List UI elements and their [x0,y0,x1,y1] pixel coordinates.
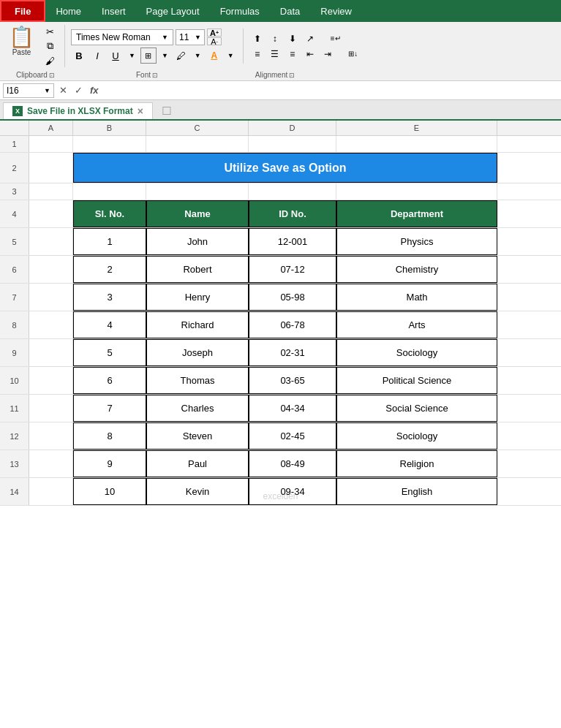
formulas-menu[interactable]: Formulas [210,0,270,22]
header-dept[interactable]: Department [336,200,497,227]
cell-dept-9[interactable]: Religion [336,450,497,477]
data-menu[interactable]: Data [270,0,310,22]
cell-sl-3[interactable]: 3 [73,284,146,311]
borders-arrow[interactable]: ▼ [159,48,171,64]
align-middle-button[interactable]: ↕ [267,32,283,45]
new-tab-button[interactable]: □ [156,103,178,119]
cell-name-9[interactable]: Paul [146,450,249,477]
font-size-dropdown[interactable]: 11 ▼ [176,29,205,45]
cell-id-10[interactable]: 09-34 [249,478,336,505]
cell-A4[interactable] [29,200,73,227]
tab-close-button[interactable]: × [138,105,143,117]
cell-dept-8[interactable]: Sociology [336,422,497,450]
header-sl-no[interactable]: Sl. No. [73,200,146,227]
cell-name-4[interactable]: Richard [146,311,249,338]
cell-A8[interactable] [29,311,73,338]
col-header-D[interactable]: D [249,121,336,135]
formula-input[interactable] [104,86,558,96]
wrap-text-button[interactable]: ≡↵ [320,32,352,45]
cell-A7[interactable] [29,284,73,311]
cell-A14[interactable] [29,478,73,505]
cell-dept-10[interactable]: English [336,478,497,505]
underline-arrow[interactable]: ▼ [126,48,138,64]
cell-dept-3[interactable]: Math [336,284,497,311]
cell-dept-4[interactable]: Arts [336,311,497,338]
align-center-button[interactable]: ☰ [267,48,283,61]
cell-D3[interactable] [249,183,336,200]
cell-sl-1[interactable]: 1 [73,228,146,255]
home-menu[interactable]: Home [45,0,91,22]
cell-A2[interactable] [29,153,73,183]
cell-E1[interactable] [336,136,497,152]
cell-dept-7[interactable]: Social Science [336,395,497,422]
cell-C1[interactable] [146,136,249,152]
font-decrease-button[interactable]: A- [207,37,222,45]
cell-name-10[interactable]: Kevin [146,478,249,505]
align-right-button[interactable]: ≡ [285,48,301,61]
cell-id-6[interactable]: 03-65 [249,367,336,394]
font-increase-button[interactable]: A+ [207,29,222,37]
merge-center-button[interactable]: ⊞↓ [337,48,369,61]
cell-E3[interactable] [336,183,497,200]
increase-indent-button[interactable]: ⇥ [320,48,336,61]
header-id[interactable]: ID No. [249,200,336,227]
cell-name-1[interactable]: John [146,228,249,255]
align-top-button[interactable]: ⬆ [249,32,266,45]
insert-menu[interactable]: Insert [91,0,136,22]
cell-name-7[interactable]: Charles [146,395,249,422]
page-layout-menu[interactable]: Page Layout [136,0,210,22]
highlight-arrow[interactable]: ▼ [192,48,204,64]
cell-dept-2[interactable]: Chemistry [336,256,497,283]
cell-sl-7[interactable]: 7 [73,395,146,422]
cell-sl-5[interactable]: 5 [73,339,146,366]
cell-sl-9[interactable]: 9 [73,450,146,477]
cell-id-1[interactable]: 12-001 [249,228,336,255]
cell-D1[interactable] [249,136,336,152]
cell-A13[interactable] [29,450,73,477]
font-color-button[interactable]: A [206,48,222,64]
review-menu[interactable]: Review [310,0,362,22]
cell-id-7[interactable]: 04-34 [249,395,336,422]
cell-sl-6[interactable]: 6 [73,367,146,394]
text-angle-button[interactable]: ↗ [302,32,318,45]
insert-function-button[interactable]: fx [88,85,101,96]
cancel-formula-button[interactable]: ✕ [57,85,69,96]
cell-sl-8[interactable]: 8 [73,422,146,450]
font-expand-icon[interactable]: ⊡ [152,72,158,79]
cell-A3[interactable] [29,183,73,200]
header-name[interactable]: Name [146,200,249,227]
cell-sl-4[interactable]: 4 [73,311,146,338]
cell-name-3[interactable]: Henry [146,284,249,311]
paste-button[interactable]: 📋 Paste [4,25,39,58]
title-cell[interactable]: Utilize Save as Option [73,153,497,183]
align-left-button[interactable]: ≡ [249,48,266,61]
cell-A11[interactable] [29,395,73,422]
cell-sl-10[interactable]: 10 [73,478,146,505]
italic-button[interactable]: I [89,48,105,64]
font-name-dropdown[interactable]: Times New Roman ▼ [71,29,173,45]
cell-id-3[interactable]: 05-98 [249,284,336,311]
cell-id-2[interactable]: 07-12 [249,256,336,283]
cell-B1[interactable] [73,136,146,152]
col-header-B[interactable]: B [73,121,146,135]
cell-B3[interactable] [73,183,146,200]
align-bottom-button[interactable]: ⬇ [285,32,301,45]
borders-button[interactable]: ⊞ [140,48,157,64]
decrease-indent-button[interactable]: ⇤ [302,48,318,61]
cell-dept-1[interactable]: Physics [336,228,497,255]
font-color-arrow[interactable]: ▼ [225,48,237,64]
format-painter-icon[interactable]: 🖌 [41,54,59,67]
cell-sl-2[interactable]: 2 [73,256,146,283]
cell-id-5[interactable]: 02-31 [249,339,336,366]
highlight-button[interactable]: 🖊 [173,48,189,64]
cell-A10[interactable] [29,367,73,394]
underline-button[interactable]: U [108,48,124,64]
confirm-formula-button[interactable]: ✓ [72,85,85,96]
col-header-E[interactable]: E [336,121,497,135]
cell-dept-6[interactable]: Political Science [336,367,497,394]
active-tab[interactable]: X Save File in XLSX Format × [3,102,153,119]
cell-name-2[interactable]: Robert [146,256,249,283]
cell-A9[interactable] [29,339,73,366]
cell-C3[interactable] [146,183,249,200]
cell-id-4[interactable]: 06-78 [249,311,336,338]
